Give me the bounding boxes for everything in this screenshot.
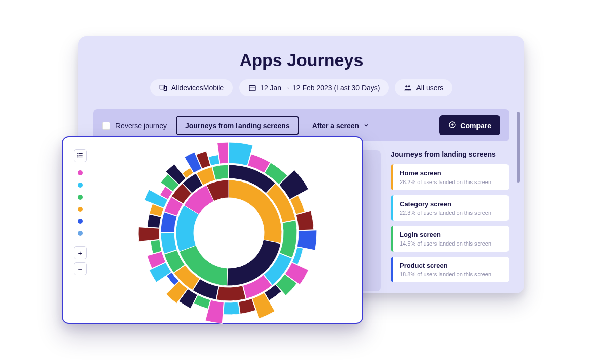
sunburst-chart[interactable]: [138, 142, 320, 324]
svg-rect-2: [249, 85, 255, 91]
side-panel: Journeys from landing screens Home scree…: [391, 150, 509, 291]
card-title: Category screen: [400, 200, 502, 208]
legend-toggle-button[interactable]: [74, 149, 87, 162]
card-subtitle: 14.5% of users landed on this screen: [400, 240, 502, 247]
cards-list: Home screen28.2% of users landed on this…: [391, 164, 509, 282]
sunburst-chart-card: + −: [62, 136, 363, 324]
users-icon: [404, 84, 412, 92]
scrollbar[interactable]: [517, 112, 520, 183]
sunburst-segment[interactable]: [151, 240, 162, 253]
date-range-label: 12 Jan → 12 Feb 2023 (Last 30 Days): [260, 84, 380, 92]
page-title: Apps Journeys: [78, 50, 524, 70]
legend-dot[interactable]: [78, 170, 83, 175]
sunburst-segment[interactable]: [224, 302, 240, 315]
zoom-in-button[interactable]: +: [74, 246, 87, 259]
devices-filter[interactable]: AlldevicesMobile: [150, 79, 233, 96]
date-range-filter[interactable]: 12 Jan → 12 Feb 2023 (Last 30 Days): [239, 79, 389, 96]
svg-point-14: [78, 153, 78, 153]
card-subtitle: 22.3% of users landed on this screen: [400, 210, 502, 216]
compare-label: Compare: [460, 122, 491, 130]
card-subtitle: 28.2% of users landed on this screen: [400, 179, 502, 185]
chart-controls: + −: [74, 149, 87, 275]
card-title: Product screen: [400, 262, 502, 269]
sunburst-segment[interactable]: [297, 230, 317, 250]
reverse-journey-toggle[interactable]: Reverse journey: [102, 122, 167, 130]
users-filter[interactable]: All users: [395, 79, 452, 96]
after-a-screen-dropdown[interactable]: After a screen: [308, 117, 373, 134]
reverse-journey-label: Reverse journey: [115, 122, 167, 130]
svg-point-15: [78, 155, 78, 155]
list-icon: [77, 152, 84, 160]
card-subtitle: 18.8% of users landed on this screen: [400, 271, 502, 277]
legend-dot[interactable]: [78, 183, 83, 188]
after-a-screen-label: After a screen: [312, 122, 359, 130]
landing-screen-card[interactable]: Home screen28.2% of users landed on this…: [391, 164, 509, 190]
card-title: Home screen: [400, 169, 502, 177]
landing-screen-card[interactable]: Login screen14.5% of users landed on thi…: [391, 226, 509, 252]
compare-button[interactable]: Compare: [439, 115, 500, 135]
svg-point-6: [406, 85, 408, 87]
checkbox-icon: [102, 122, 110, 130]
svg-point-16: [78, 156, 78, 157]
plus-circle-icon: [448, 120, 456, 130]
legend-dot[interactable]: [78, 207, 83, 212]
minus-icon: −: [78, 265, 83, 273]
card-title: Login screen: [400, 231, 502, 238]
sunburst-segment[interactable]: [216, 286, 246, 301]
calendar-icon: [248, 84, 256, 92]
landing-screen-card[interactable]: Product screen18.8% of users landed on t…: [391, 257, 509, 282]
plus-icon: +: [78, 249, 83, 257]
sunburst-segment[interactable]: [147, 214, 161, 228]
legend-dot[interactable]: [78, 219, 83, 224]
devices-icon: [159, 84, 167, 92]
users-filter-label: All users: [416, 84, 443, 92]
legend-dot[interactable]: [78, 231, 83, 236]
zoom-out-button[interactable]: −: [74, 262, 87, 275]
legend-dot[interactable]: [78, 195, 83, 200]
svg-point-7: [408, 85, 410, 87]
landing-screen-card[interactable]: Category screen22.3% of users landed on …: [391, 195, 509, 221]
chevron-down-icon: [363, 122, 369, 130]
devices-filter-label: AlldevicesMobile: [171, 84, 224, 92]
filter-pills: AlldevicesMobile 12 Jan → 12 Feb 2023 (L…: [78, 79, 524, 96]
journeys-from-landing-button[interactable]: Journeys from landing screens: [176, 116, 299, 135]
sunburst-segment[interactable]: [138, 227, 160, 242]
side-panel-title: Journeys from landing screens: [391, 150, 509, 158]
sunburst-segment[interactable]: [280, 220, 297, 258]
